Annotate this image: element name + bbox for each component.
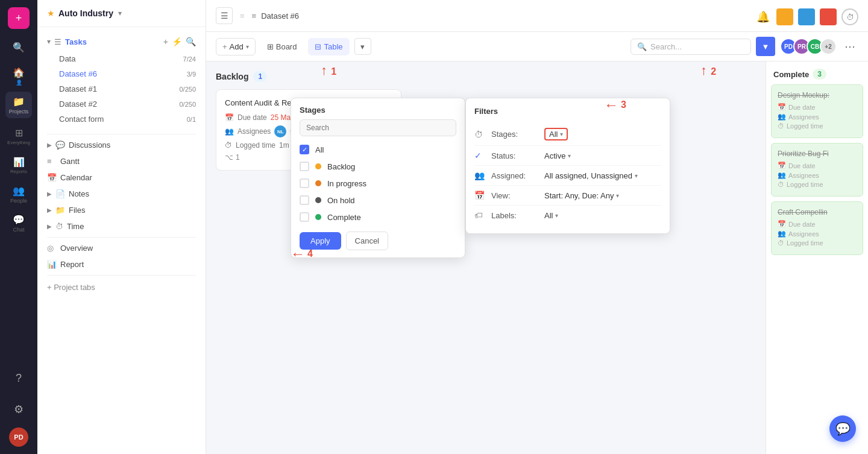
labels-filter-value[interactable]: All ▾	[544, 211, 558, 220]
sidebar-item-dataset6[interactable]: Dataset #6 3/9	[37, 66, 206, 81]
search-icon: 🔍	[637, 42, 647, 51]
report-label: Report	[60, 260, 84, 269]
backlog-badge: 1	[253, 71, 267, 82]
time-label: Time	[67, 222, 84, 231]
stages-caret-icon: ▾	[560, 131, 563, 137]
chat-bubble-button[interactable]: 💬	[829, 415, 856, 442]
search-nav-button[interactable]: 🔍	[5, 34, 32, 60]
table-view-button[interactable]: ⊟ Table	[308, 38, 349, 55]
cancel-button[interactable]: Cancel	[346, 232, 388, 250]
projects-label: Projects	[9, 109, 29, 115]
more-views-button[interactable]: ▾	[354, 38, 371, 55]
project-header[interactable]: ★ Auto Industry ▾	[37, 0, 206, 27]
stage-item-complete[interactable]: Complete	[291, 209, 465, 225]
more-options-button[interactable]: ⋯	[841, 38, 858, 55]
stage-item-backlog[interactable]: Backlog	[291, 158, 465, 175]
stages-filter-icon: ⏱	[474, 130, 486, 139]
user-avatar[interactable]: PD	[9, 427, 28, 447]
icon-bar: + 🔍 🏠 👤 📁 Projects ⊞ Everything 📊 Report…	[0, 0, 37, 454]
sidebar-group-notes[interactable]: ▶ 📄 Notes	[37, 186, 206, 202]
stage-item-inprogress[interactable]: In progress	[291, 175, 465, 192]
sidebar-group-time[interactable]: ▶ ⏱ Time	[37, 218, 206, 235]
view-filter-value[interactable]: Start: Any, Due: Any ▾	[544, 191, 619, 200]
stages-search-input[interactable]	[300, 119, 456, 136]
contact-badge: 0/1	[187, 116, 196, 123]
assignees-label: Assignees	[237, 127, 271, 136]
complete-card-3-logged: ⏱ Logged time	[778, 239, 857, 247]
everything-nav-button[interactable]: ⊞ Everything	[5, 123, 32, 150]
divider-2	[47, 237, 196, 238]
sidebar-item-overview[interactable]: ◎ Overview	[37, 240, 206, 256]
stage-all-checkbox[interactable]: ✓	[300, 145, 309, 154]
dataset2-badge: 0/250	[179, 101, 196, 108]
assigned-caret-icon: ▾	[635, 172, 638, 179]
labels-filter-label: Labels:	[491, 211, 539, 220]
stage-item-onhold[interactable]: On hold	[291, 192, 465, 209]
complete-card-1[interactable]: Design Mockup: 📅 Due date 👥 Assignees ⏱ …	[771, 84, 863, 138]
search-tasks-button[interactable]: 🔍	[186, 37, 196, 46]
chat-nav-button[interactable]: 💬 Chat	[5, 210, 32, 236]
new-item-button[interactable]: +	[8, 7, 30, 29]
assigned-filter-label: Assigned:	[491, 171, 539, 180]
view-caret-icon: ▾	[616, 192, 619, 199]
sidebar-item-gantt[interactable]: ≡ Gantt	[37, 153, 206, 169]
apply-button[interactable]: Apply	[300, 232, 341, 250]
stage-item-all[interactable]: ✓ All	[291, 141, 465, 158]
view-filter-icon: 📅	[474, 191, 486, 200]
notification-button[interactable]: 🔔	[755, 8, 772, 25]
sidebar-item-dataset2[interactable]: Dataset #2 0/250	[37, 96, 206, 112]
breadcrumb-separator: ≡	[240, 11, 245, 20]
status-filter-value[interactable]: Active ▾	[544, 151, 571, 160]
backlog-label: Backlog	[216, 72, 248, 81]
add-task-button[interactable]: +	[163, 37, 168, 46]
help-button[interactable]: ?	[5, 365, 32, 391]
sidebar-item-data[interactable]: Data 7/24	[37, 51, 206, 66]
stage-inprogress-checkbox[interactable]	[300, 178, 309, 188]
labels-value-text: All	[544, 211, 553, 220]
sidebar-item-calendar[interactable]: 📅 Calendar	[37, 169, 206, 186]
labels-caret-icon: ▾	[555, 212, 558, 219]
sidebar-item-report[interactable]: 📊 Report	[37, 256, 206, 273]
tasks-label[interactable]: Tasks	[65, 37, 87, 46]
add-button[interactable]: + Add ▾	[216, 38, 256, 55]
stage-onhold-checkbox[interactable]	[300, 195, 309, 205]
projects-nav-button[interactable]: 📁 Projects	[5, 92, 32, 118]
stage-backlog-checkbox[interactable]	[300, 162, 309, 171]
add-project-tab-button[interactable]: + Project tabs	[37, 278, 206, 297]
filter-button[interactable]: ▼	[756, 37, 775, 56]
stages-filter-value[interactable]: All ▾	[544, 128, 568, 140]
files-expand-icon: ▶	[47, 207, 52, 213]
sidebar-item-dataset1[interactable]: Dataset #1 0/250	[37, 81, 206, 96]
complete-card-3[interactable]: Craft Compellin 📅 Due date 👥 Assignees ⏱…	[771, 201, 863, 255]
filter-row-view: 📅 View: Start: Any, Due: Any ▾	[474, 186, 661, 206]
project-title: Auto Industry	[58, 8, 113, 18]
clock-indicator[interactable]: ⏱	[841, 8, 858, 25]
settings-button[interactable]: ⚙	[5, 396, 32, 423]
sidebar-group-discussions[interactable]: ▶ 💬 Discussions	[37, 137, 206, 153]
discussions-label: Discussions	[69, 140, 110, 150]
board-view-button[interactable]: ⊞ Board	[260, 38, 304, 55]
reports-nav-button[interactable]: 📊 Reports	[5, 152, 32, 178]
sidebar-item-dataset2-label: Dataset #2	[59, 99, 97, 109]
stage-complete-checkbox[interactable]	[300, 212, 309, 222]
people-nav-button[interactable]: 👥 People	[5, 181, 32, 207]
avatar-more[interactable]: +2	[820, 38, 837, 55]
stages-dropdown: Stages ✓ All Backlog In progress On hold	[291, 98, 465, 258]
logged-time-icon: ⏱	[225, 141, 232, 150]
toggle-sidebar-button[interactable]: ☰	[216, 7, 233, 24]
divider-3	[47, 275, 196, 276]
assigned-filter-value[interactable]: All assigned, Unassigned ▾	[544, 171, 638, 180]
filter-tasks-button[interactable]: ⚡	[172, 37, 182, 46]
sidebar-group-files[interactable]: ▶ 📁 Files	[37, 202, 206, 218]
overview-icon: ◎	[47, 244, 57, 253]
filter-icon: ▼	[762, 42, 770, 51]
chat-bubble-icon: 💬	[835, 421, 851, 436]
home-nav-button[interactable]: 🏠 👤	[5, 63, 32, 89]
dataset6-badge: 3/9	[187, 71, 196, 78]
complete-card-2[interactable]: Prioritize Bug Fi 📅 Due date 👥 Assignees…	[771, 143, 863, 197]
status-filter-label: Status:	[491, 151, 539, 160]
status-caret-icon: ▾	[568, 153, 571, 159]
search-box[interactable]: 🔍 Search...	[631, 39, 751, 55]
complete-card-3-due: 📅 Due date	[778, 220, 857, 228]
sidebar-item-contact[interactable]: Contact form 0/1	[37, 112, 206, 127]
